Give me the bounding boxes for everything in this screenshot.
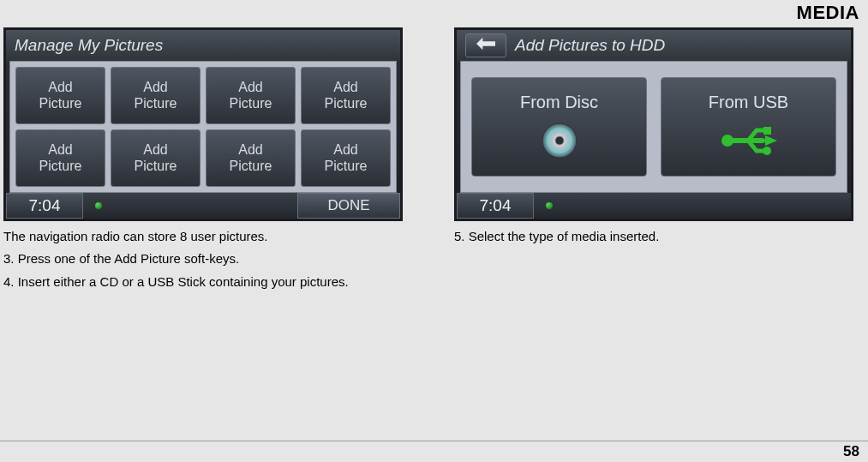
btn-line1: Add — [333, 142, 357, 158]
add-picture-grid: Add Picture Add Picture Add Picture Add … — [9, 61, 397, 193]
back-button[interactable] — [465, 33, 506, 57]
clock-text: 7:04 — [29, 196, 61, 215]
usb-icon — [719, 119, 779, 162]
svg-rect-5 — [763, 127, 771, 135]
screen2-titlebar: Add Pictures to HDD — [457, 30, 851, 61]
screen1-titlebar: Manage My Pictures — [6, 30, 400, 61]
screen2-statusbar: 7:04 — [457, 193, 851, 219]
media-choice-area: From Disc — [460, 61, 847, 193]
btn-line1: Add — [48, 80, 72, 95]
page-number: 58 — [843, 443, 859, 460]
btn-line1: Add — [333, 80, 357, 95]
screen2-title: Add Pictures to HDD — [515, 36, 665, 55]
add-pictures-hdd-screenshot: Add Pictures to HDD From Disc — [454, 27, 853, 221]
btn-line1: Add — [143, 142, 167, 158]
from-usb-label: From USB — [709, 93, 788, 112]
caption-text: 3. Press one of the Add Picture soft-key… — [3, 249, 403, 268]
btn-line2: Picture — [325, 96, 368, 111]
btn-line1: Add — [48, 142, 72, 158]
status-mid — [534, 193, 851, 219]
btn-line1: Add — [143, 80, 167, 95]
svg-marker-0 — [476, 38, 495, 51]
from-usb-button[interactable]: From USB — [661, 77, 836, 177]
clock-text: 7:04 — [480, 196, 512, 215]
left-captions: The navigation radio can store 8 user pi… — [3, 226, 403, 291]
add-picture-button[interactable]: Add Picture — [111, 129, 201, 187]
btn-line2: Picture — [135, 159, 177, 174]
btn-line2: Picture — [135, 96, 177, 111]
footer-divider — [0, 441, 868, 441]
content-columns: Manage My Pictures Add Picture Add Pictu… — [0, 24, 868, 294]
section-heading: MEDIA — [0, 0, 868, 24]
btn-line2: Picture — [325, 159, 368, 174]
add-picture-button[interactable]: Add Picture — [301, 129, 391, 187]
add-picture-button[interactable]: Add Picture — [301, 67, 391, 124]
from-disc-button[interactable]: From Disc — [471, 77, 647, 177]
add-picture-button[interactable]: Add Picture — [15, 67, 105, 124]
right-column: Add Pictures to HDD From Disc — [454, 27, 853, 249]
status-indicator-icon — [95, 202, 102, 209]
caption-text: 4. Insert either a CD or a USB Stick con… — [3, 272, 403, 291]
screen1-title: Manage My Pictures — [15, 36, 163, 55]
add-picture-button[interactable]: Add Picture — [206, 67, 296, 124]
add-picture-button[interactable]: Add Picture — [111, 67, 201, 124]
btn-line2: Picture — [39, 159, 82, 174]
add-picture-button[interactable]: Add Picture — [15, 129, 105, 187]
done-button[interactable]: DONE — [297, 193, 400, 219]
svg-point-6 — [763, 147, 771, 155]
btn-line1: Add — [238, 80, 262, 95]
done-label: DONE — [327, 197, 369, 214]
svg-point-2 — [555, 136, 564, 145]
from-disc-label: From Disc — [520, 93, 598, 112]
manage-pictures-screenshot: Manage My Pictures Add Picture Add Pictu… — [3, 27, 403, 221]
left-column: Manage My Pictures Add Picture Add Pictu… — [3, 27, 403, 294]
add-picture-button[interactable]: Add Picture — [206, 129, 296, 187]
btn-line1: Add — [238, 142, 262, 158]
btn-line2: Picture — [39, 96, 82, 111]
clock-display: 7:04 — [6, 193, 83, 219]
back-arrow-icon — [476, 37, 495, 54]
svg-marker-7 — [765, 135, 777, 146]
caption-text: The navigation radio can store 8 user pi… — [3, 226, 403, 246]
btn-line2: Picture — [230, 159, 272, 174]
page-number-text: 58 — [843, 443, 859, 459]
screen1-statusbar: 7:04 DONE — [6, 193, 400, 219]
clock-display: 7:04 — [457, 193, 534, 219]
status-indicator-icon — [546, 202, 553, 209]
disc-icon — [539, 119, 580, 162]
caption-text: 5. Select the type of media inserted. — [454, 226, 853, 246]
status-mid — [83, 193, 297, 219]
btn-line2: Picture — [230, 96, 272, 111]
section-heading-text: MEDIA — [797, 2, 859, 23]
right-captions: 5. Select the type of media inserted. — [454, 226, 853, 246]
